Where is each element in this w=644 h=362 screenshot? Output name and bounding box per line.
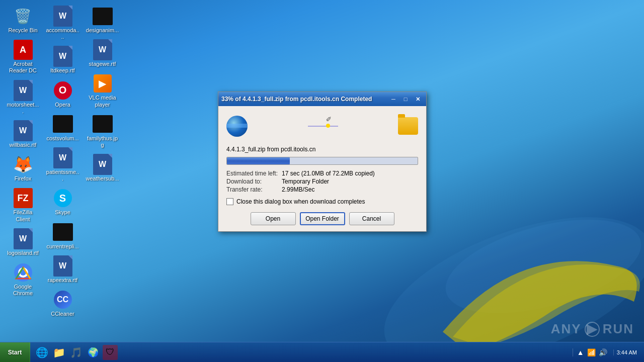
- icon-patientssme[interactable]: W patientssme...: [44, 146, 82, 184]
- minimize-button[interactable]: ─: [388, 94, 399, 104]
- icon-label: Opera: [55, 102, 70, 108]
- tray-arrow-icon[interactable]: ▲: [577, 348, 584, 356]
- download-animation: ✏: [226, 112, 418, 140]
- familythus-icon: [93, 114, 113, 134]
- taskbar-security-icon[interactable]: 🛡: [103, 345, 118, 360]
- icon-label: rapeextra.rtf: [48, 277, 77, 284]
- taskbar-media-icon[interactable]: 🎵: [68, 345, 84, 360]
- taskbar-chrome-icon[interactable]: 🌍: [86, 345, 101, 360]
- transfer-rate-value: 2.99MB/Sec: [282, 186, 418, 193]
- weathersub-icon: W: [93, 154, 113, 174]
- icon-label: Acrobat Reader DC: [6, 61, 40, 74]
- taskbar-right: ▲ 📶 🔊 3:44 AM: [569, 348, 644, 356]
- icon-label: VLC media player: [86, 95, 119, 108]
- tray-volume-icon[interactable]: 🔊: [599, 348, 607, 356]
- icon-label: patientssme...: [46, 169, 79, 182]
- clock[interactable]: 3:44 AM: [613, 349, 640, 355]
- icon-designanim[interactable]: designanim...: [84, 4, 121, 36]
- desktop: 🗑️ Recycle Bin A Acrobat Reader DC W mot…: [0, 0, 644, 362]
- icon-acrobat[interactable]: A Acrobat Reader DC: [4, 38, 42, 76]
- globe-icon: [226, 116, 248, 137]
- icon-ccleaner[interactable]: CC CCleaner: [44, 288, 82, 319]
- icon-firefox[interactable]: 🦊 Firefox: [4, 152, 42, 184]
- icon-chrome[interactable]: Google Chrome: [4, 260, 42, 299]
- icon-label: Skype: [55, 209, 70, 216]
- anyrun-any: ANY: [551, 321, 582, 337]
- willbasic-icon: W: [13, 121, 33, 141]
- estimated-time-label: Estimated time left:: [226, 170, 278, 177]
- restore-button[interactable]: □: [400, 94, 411, 104]
- designanim-icon: [93, 6, 113, 26]
- vlc-icon: ▶: [93, 73, 113, 94]
- dialog-title: 33% of 4.4.1.3_full.zip from pcdl.itools…: [221, 96, 388, 103]
- rapeextra-icon: W: [53, 256, 73, 276]
- dialog-info: Estimated time left: 17 sec (21.0MB of 7…: [226, 170, 418, 193]
- stagewe-icon: W: [93, 40, 113, 60]
- icon-accommoda[interactable]: W accommoda....: [44, 4, 82, 42]
- dialog-body: ✏ 4.4.1.3_full.zip from pcdl.itools.cn E…: [218, 106, 426, 231]
- anyrun-play-icon: ▶: [585, 322, 600, 337]
- icon-label: stagewe.rtf: [89, 61, 116, 67]
- icon-filezilla[interactable]: FZ FileZilla Client: [4, 186, 42, 224]
- icon-label: Firefox: [15, 175, 32, 182]
- motorsheet-icon: W: [13, 80, 33, 101]
- tray-network-icon[interactable]: 📶: [587, 348, 596, 356]
- start-button[interactable]: Start: [0, 342, 30, 363]
- close-button[interactable]: ✕: [412, 94, 423, 104]
- logoisland-icon: W: [13, 229, 33, 249]
- taskbar-ie-icon[interactable]: 🌐: [34, 345, 49, 360]
- icon-costsvolum[interactable]: costsvolum...: [44, 112, 82, 144]
- close-checkbox[interactable]: [226, 198, 233, 205]
- close-checkbox-label: Close this dialog box when download comp…: [236, 198, 365, 205]
- desktop-icons: 🗑️ Recycle Bin A Acrobat Reader DC W mot…: [0, 0, 121, 342]
- icon-label: familythus.jpg: [86, 135, 119, 148]
- dialog-filename: 4.4.1.3_full.zip from pcdl.itools.cn: [226, 146, 418, 153]
- accommoda-icon: W: [53, 6, 73, 26]
- ltdkeep-icon: W: [53, 46, 73, 66]
- icon-label: willbasic.rtf: [10, 142, 37, 148]
- icon-opera[interactable]: O Opera: [44, 78, 82, 110]
- icon-stagewe[interactable]: W stagewe.rtf: [84, 38, 121, 69]
- icon-label: accommoda....: [46, 27, 79, 40]
- estimated-time-value: 17 sec (21.0MB of 72.2MB copied): [282, 170, 418, 177]
- icon-label: logoisland.rtf: [7, 250, 38, 256]
- icon-skype[interactable]: S Skype: [44, 186, 82, 218]
- icon-willbasic[interactable]: W willbasic.rtf: [4, 119, 42, 150]
- icon-familythus[interactable]: familythus.jpg: [84, 112, 121, 150]
- progress-bar-fill: [227, 157, 290, 164]
- currentrepli-icon: [53, 222, 73, 242]
- icon-weathersub[interactable]: W weathersub...: [84, 152, 121, 184]
- icon-rapeextra[interactable]: W rapeextra.rtf: [44, 254, 82, 286]
- open-folder-button[interactable]: Open Folder: [300, 212, 345, 225]
- skype-icon: S: [53, 188, 73, 208]
- taskbar: Start 🌐 📁 🎵 🌍 🛡 ▲ 📶 🔊 3:44 AM: [0, 342, 644, 362]
- icon-motorsheet[interactable]: W motorsheet....: [4, 78, 42, 117]
- firefox-icon: 🦊: [13, 154, 33, 174]
- icon-label: designanim...: [86, 27, 119, 34]
- open-button[interactable]: Open: [251, 212, 296, 225]
- icon-recycle-bin[interactable]: 🗑️ Recycle Bin: [4, 4, 42, 36]
- dialog-titlebar: 33% of 4.4.1.3_full.zip from pcdl.itools…: [218, 92, 426, 106]
- taskbar-folder-icon[interactable]: 📁: [51, 345, 66, 360]
- start-label: Start: [8, 349, 22, 356]
- icon-vlc[interactable]: ▶ VLC media player: [84, 71, 121, 110]
- icon-label: motorsheet....: [6, 102, 40, 115]
- icon-label: ltdkeep.rtf: [50, 67, 74, 74]
- system-tray: ▲ 📶 🔊: [573, 348, 611, 356]
- icon-label: currentrepli...: [46, 243, 78, 250]
- ccleaner-icon: CC: [53, 290, 73, 310]
- opera-icon: O: [53, 80, 73, 101]
- anyrun-run: RUN: [603, 321, 634, 337]
- icon-currentrepli[interactable]: currentrepli...: [44, 220, 82, 252]
- icon-label: weathersub...: [86, 175, 119, 182]
- checkbox-row: Close this dialog box when download comp…: [226, 198, 418, 205]
- cancel-button[interactable]: Cancel: [349, 212, 394, 225]
- transfer-rate-label: Transfer rate:: [226, 186, 278, 193]
- icon-logoisland[interactable]: W logoisland.rtf: [4, 227, 42, 258]
- icon-ltdkeep[interactable]: W ltdkeep.rtf: [44, 44, 82, 76]
- patientssme-icon: W: [53, 148, 73, 168]
- progress-bar-container: [226, 157, 418, 165]
- taskbar-icons: 🌐 📁 🎵 🌍 🛡: [30, 342, 122, 362]
- recycle-bin-icon: 🗑️: [13, 6, 33, 26]
- icon-label: Recycle Bin: [8, 27, 37, 34]
